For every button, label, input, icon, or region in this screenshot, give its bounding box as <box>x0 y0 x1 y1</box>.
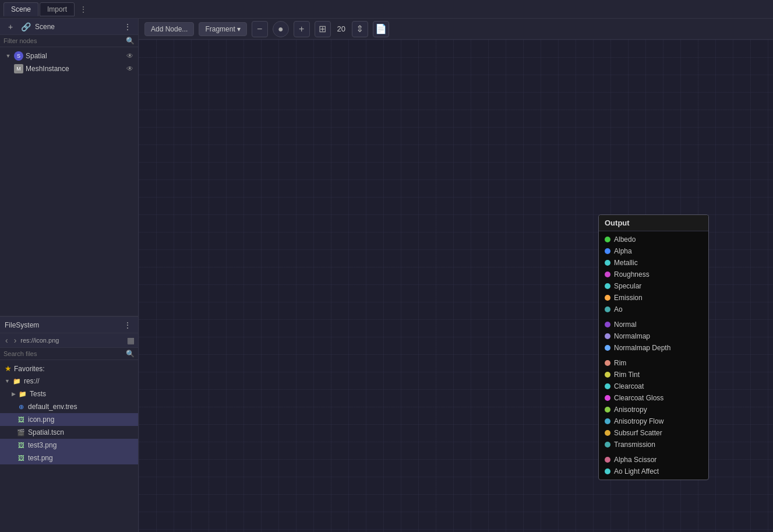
output-row-alpha[interactable]: Alpha <box>599 245 708 257</box>
res-expand-arrow[interactable]: ▼ <box>5 378 10 384</box>
mesh-label: MeshInstance <box>26 65 124 73</box>
arrows-button[interactable]: ⇕ <box>352 21 368 37</box>
output-label-normalmap-depth: Normalmap Depth <box>614 344 670 352</box>
output-label-clearcoat: Clearcoat <box>614 382 644 390</box>
output-row-subsurf-scatter[interactable]: Subsurf Scatter <box>599 427 708 439</box>
zoom-level-number: 20 <box>336 24 347 33</box>
dot-alpha <box>605 248 610 254</box>
fs-path-text: res://icon.png <box>20 337 125 344</box>
output-row-anisotropy-flow[interactable]: Anisotropy Flow <box>599 415 708 427</box>
icon-png-label: icon.png <box>28 415 133 424</box>
spatial-expand-arrow[interactable]: ▼ <box>5 52 12 59</box>
fs-item-tests[interactable]: ▶ 📁 Tests <box>0 387 138 400</box>
test-png-label: test.png <box>28 454 133 462</box>
fs-item-icon-png[interactable]: 🖼 icon.png <box>0 413 138 426</box>
zoom-in-button[interactable]: + <box>294 21 310 37</box>
scene-more-button[interactable]: ⋮ <box>122 21 133 33</box>
grid-icon-button[interactable]: ⊞ <box>315 21 331 37</box>
output-label-anisotropy-flow: Anisotropy Flow <box>614 417 663 425</box>
output-label-rim: Rim <box>614 359 626 367</box>
tests-expand-arrow[interactable]: ▶ <box>12 391 16 397</box>
left-panel: + 🔗 Scene ⋮ 🔍 ▼ S Spatial 👁 <box>0 19 139 532</box>
fs-nav-forward[interactable]: › <box>12 335 19 346</box>
file-button[interactable]: 📄 <box>373 21 389 37</box>
main-layout: + 🔗 Scene ⋮ 🔍 ▼ S Spatial 👁 <box>0 19 773 532</box>
dot-ao-light-affect <box>605 468 610 474</box>
dot-rim <box>605 360 610 366</box>
filter-search-icon: 🔍 <box>126 37 135 45</box>
shader-type-dropdown[interactable]: Fragment ▾ <box>199 22 246 36</box>
output-label-ao: Ao <box>614 305 623 313</box>
output-label-albedo: Albedo <box>614 235 636 244</box>
search-files-input[interactable] <box>3 350 123 357</box>
dropdown-arrow: ▾ <box>237 25 241 33</box>
default-env-label: default_env.tres <box>28 403 133 411</box>
dot-emission <box>605 295 610 301</box>
test3-png-label: test3.png <box>28 441 133 449</box>
grid-canvas[interactable]: Output AlbedoAlphaMetallicRoughnessSpecu… <box>139 40 773 532</box>
add-node-button[interactable]: Add Node... <box>144 22 194 36</box>
fs-item-test-png[interactable]: 🖼 test.png <box>0 452 138 464</box>
output-label-metallic: Metallic <box>614 259 638 267</box>
output-row-roughness[interactable]: Roughness <box>599 269 708 280</box>
output-label-emission: Emission <box>614 294 643 302</box>
spatial-icon: S <box>14 51 23 61</box>
output-row-emission[interactable]: Emission <box>599 292 708 304</box>
output-row-normalmap[interactable]: Normalmap <box>599 330 708 342</box>
output-row-anisotropy[interactable]: Anisotropy <box>599 404 708 415</box>
fs-panel-title: FileSystem <box>5 321 39 329</box>
scene-link-button[interactable]: 🔗 <box>20 21 31 33</box>
tab-more-button[interactable]: ⋮ <box>76 3 91 15</box>
zoom-circle-button[interactable]: ● <box>273 21 289 37</box>
output-row-transmission[interactable]: Transmission <box>599 439 708 450</box>
fs-layout-button[interactable]: ▦ <box>127 336 135 345</box>
fs-item-res[interactable]: ▼ 📁 res:// <box>0 375 138 387</box>
fs-item-spatial-tscn[interactable]: 🎬 Spatial.tscn <box>0 426 138 439</box>
scene-panel-header: + 🔗 Scene ⋮ <box>0 19 138 35</box>
fs-tree: ★ Favorites: ▼ 📁 res:// ▶ 📁 Tests ⊕ <box>0 360 138 532</box>
tab-import[interactable]: Import <box>40 2 75 16</box>
fs-item-default-env[interactable]: ⊕ default_env.tres <box>0 400 138 413</box>
output-row-clearcoat[interactable]: Clearcoat <box>599 380 708 392</box>
node-toolbar: Add Node... Fragment ▾ − ● + ⊞ 20 ⇕ 📄 <box>139 19 773 40</box>
spatial-visibility-icon[interactable]: 👁 <box>126 52 133 60</box>
fs-search-icon: 🔍 <box>126 350 135 358</box>
scene-panel: + 🔗 Scene ⋮ 🔍 ▼ S Spatial 👁 <box>0 19 138 316</box>
top-tab-bar: Scene Import ⋮ <box>0 0 773 19</box>
output-label-normalmap: Normalmap <box>614 332 650 340</box>
tree-item-mesh[interactable]: M MeshInstance 👁 <box>0 62 138 75</box>
output-row-specular[interactable]: Specular <box>599 280 708 292</box>
scene-tree: ▼ S Spatial 👁 M MeshInstance 👁 <box>0 47 138 316</box>
scene-add-button[interactable]: + <box>5 21 16 33</box>
output-label-anisotropy: Anisotropy <box>614 406 647 414</box>
output-row-albedo[interactable]: Albedo <box>599 234 708 245</box>
tab-scene[interactable]: Scene <box>3 2 38 16</box>
dot-anisotropy-flow <box>605 418 610 424</box>
fs-nav-back[interactable]: ‹ <box>3 335 10 346</box>
fs-more-button[interactable]: ⋮ <box>122 319 133 331</box>
shader-type-label: Fragment <box>205 25 235 33</box>
dot-roughness <box>605 272 610 277</box>
fs-search-bar: 🔍 <box>0 348 138 360</box>
fs-item-test3-png[interactable]: 🖼 test3.png <box>0 439 138 452</box>
output-row-normal[interactable]: Normal <box>599 319 708 330</box>
test3-png-icon: 🖼 <box>16 441 26 450</box>
output-row-alpha-scissor[interactable]: Alpha Scissor <box>599 454 708 466</box>
filter-nodes-input[interactable] <box>3 37 123 44</box>
scene-filter-bar: 🔍 <box>0 35 138 47</box>
output-row-clearcoat-gloss[interactable]: Clearcoat Gloss <box>599 392 708 404</box>
output-label-normal: Normal <box>614 320 637 329</box>
output-row-ao-light-affect[interactable]: Ao Light Affect <box>599 466 708 477</box>
output-node-header: Output <box>599 215 708 231</box>
zoom-out-button[interactable]: − <box>252 21 268 37</box>
dot-ao <box>605 306 610 312</box>
output-row-rim-tint[interactable]: Rim Tint <box>599 369 708 380</box>
dot-normalmap-depth <box>605 345 610 351</box>
tree-item-spatial[interactable]: ▼ S Spatial 👁 <box>0 50 138 62</box>
output-row-rim[interactable]: Rim <box>599 357 708 369</box>
mesh-visibility-icon[interactable]: 👁 <box>126 65 133 73</box>
output-row-normalmap-depth[interactable]: Normalmap Depth <box>599 342 708 354</box>
output-label-alpha: Alpha <box>614 247 632 255</box>
output-row-metallic[interactable]: Metallic <box>599 257 708 269</box>
output-row-ao[interactable]: Ao <box>599 304 708 315</box>
